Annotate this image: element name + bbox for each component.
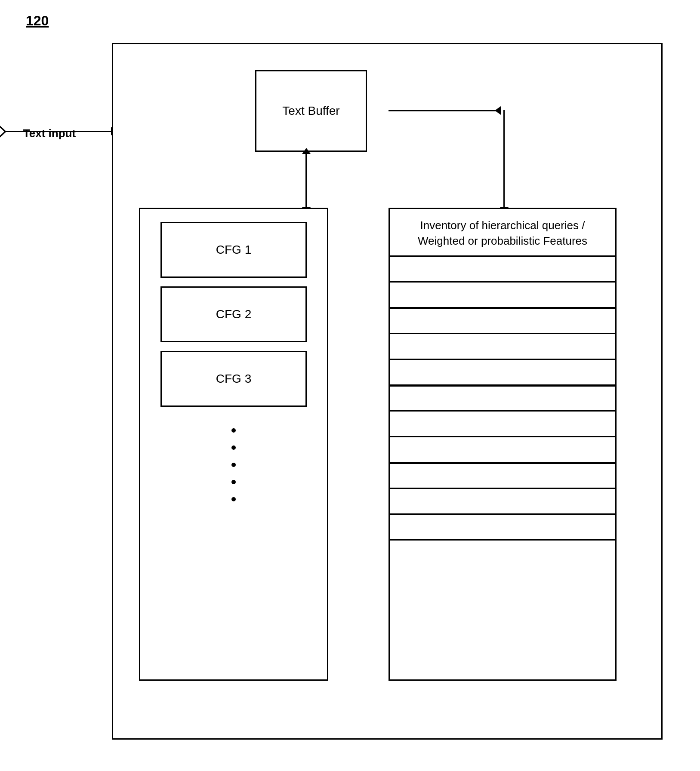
text-buffer-label: Text Buffer xyxy=(282,104,339,118)
dot-3 xyxy=(231,463,236,467)
dot-1 xyxy=(231,428,236,433)
cfg-item-2: CFG 2 xyxy=(160,286,307,342)
text-buffer-box: Text Buffer xyxy=(255,70,367,152)
cfg-dots xyxy=(231,428,236,501)
inventory-row-5 xyxy=(390,359,615,384)
inventory-rows xyxy=(390,255,615,565)
inventory-row-1 xyxy=(390,255,615,281)
inventory-row-10 xyxy=(390,488,615,513)
inventory-row-12 xyxy=(390,539,615,565)
inventory-row-7 xyxy=(390,410,615,436)
dot-4 xyxy=(231,480,236,484)
inventory-row-11 xyxy=(390,513,615,539)
arrow-inv-to-buffer xyxy=(389,110,500,111)
inventory-row-6 xyxy=(390,384,615,410)
inventory-header: Inventory of hierarchical queries / Weig… xyxy=(390,209,615,255)
cfg-item-1: CFG 1 xyxy=(160,222,307,278)
inventory-row-4 xyxy=(390,333,615,359)
inventory-row-9 xyxy=(390,462,615,488)
dot-5 xyxy=(231,497,236,501)
dot-2 xyxy=(231,445,236,450)
arrow-head-inner xyxy=(0,111,4,152)
arrow-buffer-to-cfg xyxy=(305,153,307,208)
inventory-row-2 xyxy=(390,281,615,307)
arrow-to-inventory xyxy=(503,153,505,208)
page-label: 120 xyxy=(26,13,49,29)
cfg-container-box: CFG 1 CFG 2 CFG 3 xyxy=(139,208,328,681)
inventory-box: Inventory of hierarchical queries / Weig… xyxy=(389,208,617,681)
main-diagram-box: Text Buffer CFG 1 CFG 2 CFG 3 Inventory … xyxy=(112,43,663,740)
text-input-label: Text input xyxy=(9,114,90,152)
cfg-item-1-label: CFG 1 xyxy=(216,243,251,257)
cfg-item-2-label: CFG 2 xyxy=(216,307,251,321)
inventory-row-3 xyxy=(390,307,615,333)
cfg-item-3: CFG 3 xyxy=(160,351,307,407)
inventory-row-8 xyxy=(390,436,615,462)
cfg-item-3-label: CFG 3 xyxy=(216,372,251,386)
